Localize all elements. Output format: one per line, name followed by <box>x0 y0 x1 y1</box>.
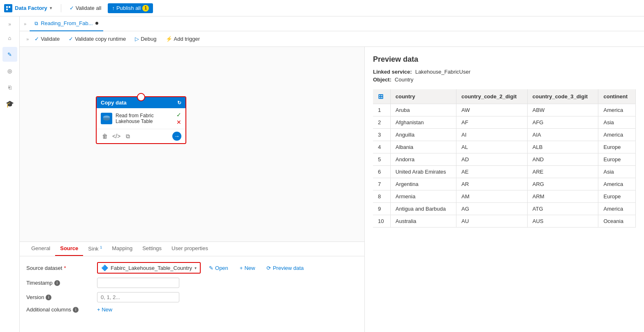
row-num: 10 <box>373 215 390 228</box>
validate-all-button[interactable]: ✓ Validate all <box>66 3 105 13</box>
col-header-code3: country_code_3_digit <box>527 89 598 104</box>
copy-icon[interactable]: ⧉ <box>124 132 132 140</box>
pipeline-tab-label: Reading_From_Fab... <box>41 20 93 26</box>
add-trigger-button[interactable]: ⚡ Add trigger <box>162 34 204 44</box>
cell-code3: AND <box>527 153 598 166</box>
version-info-icon[interactable]: i <box>46 295 51 300</box>
preview-icon: ⟳ <box>266 265 271 271</box>
cell-country: Anguilla <box>390 129 456 141</box>
timestamp-label-text: Timestamp <box>26 280 53 286</box>
validate-copy-icon: ✓ <box>69 36 73 42</box>
linked-service-label: Linked service: <box>373 69 412 75</box>
timestamp-label: Timestamp i <box>26 280 92 286</box>
node-check-icon: ✓ <box>176 111 181 118</box>
cell-code2: AR <box>456 178 527 190</box>
add-new-column-button[interactable]: + New <box>97 306 112 313</box>
timestamp-info-icon[interactable]: i <box>54 280 60 286</box>
cell-continent: Asia <box>598 116 636 129</box>
canvas-panel: Copy data ↻ Read from Fabric Lakehouse T… <box>20 47 644 332</box>
timestamp-input[interactable] <box>97 278 179 288</box>
delete-icon[interactable]: 🗑 <box>101 132 109 140</box>
dataset-label-text: Source dataset <box>26 265 62 271</box>
sidebar-expand[interactable]: » <box>7 20 13 29</box>
required-indicator: * <box>64 265 66 271</box>
toolbar-expand[interactable]: » <box>26 37 29 42</box>
preview-data-label: Preview data <box>273 265 303 271</box>
version-label: Version i <box>26 294 92 300</box>
tab-user-properties[interactable]: User properties <box>167 242 213 256</box>
debug-icon: ▷ <box>135 36 139 42</box>
left-sidebar: » ⌂ ✎ ◎ ⎗ 🎓 <box>0 16 20 332</box>
general-tab-label: General <box>31 245 50 251</box>
linked-service-row: Linked service: Lakehouse_FabricUser <box>373 69 636 75</box>
node-body-icon <box>101 113 112 124</box>
tab-settings[interactable]: Settings <box>137 242 167 256</box>
cell-continent: America <box>598 203 636 215</box>
col-header-code2: country_code_2_digit <box>456 89 527 104</box>
canvas-area[interactable]: Copy data ↻ Read from Fabric Lakehouse T… <box>20 47 364 241</box>
select-chevron-icon: ▾ <box>195 266 197 270</box>
tab-expand-icon[interactable]: » <box>24 21 26 26</box>
publish-icon: ↑ <box>112 5 115 11</box>
debug-button[interactable]: ▷ Debug <box>132 34 160 44</box>
cell-continent: Europe <box>598 141 636 153</box>
node-text-line1: Read from Fabric <box>116 113 154 118</box>
table-row: 5 Andorra AD AND Europe <box>373 153 636 166</box>
pipeline-tab[interactable]: ⧉ Reading_From_Fab... <box>30 16 103 31</box>
new-button[interactable]: + New <box>236 263 259 273</box>
validate-icon: ✓ <box>35 36 39 42</box>
svg-rect-2 <box>9 6 10 8</box>
col-header-continent: continent <box>598 89 636 104</box>
validate-label: Validate <box>41 36 60 42</box>
additional-columns-info-icon[interactable]: i <box>73 307 79 313</box>
validate-button[interactable]: ✓ Validate <box>31 34 63 44</box>
timestamp-row: Timestamp i <box>26 278 358 288</box>
validate-check-icon: ✓ <box>69 5 74 11</box>
validate-copy-runtime-button[interactable]: ✓ Validate copy runtime <box>65 34 129 44</box>
arrow-icon[interactable]: → <box>172 132 181 141</box>
source-panel-content: Source dataset * 🔷 Fabirc_Lakehouse_Tabl… <box>20 256 364 323</box>
sidebar-item-monitor[interactable]: ◎ <box>2 63 17 78</box>
node-circle <box>137 93 145 101</box>
cell-code2: AU <box>456 215 527 228</box>
sidebar-item-pencil[interactable]: ✎ <box>2 47 17 62</box>
sidebar-item-home[interactable]: ⌂ <box>2 30 17 45</box>
node-body: Read from Fabric Lakehouse Table ✓ ✕ <box>97 108 185 129</box>
row-num: 2 <box>373 116 390 129</box>
tab-sink[interactable]: Sink 1 <box>83 242 107 256</box>
node-refresh-icon: ↻ <box>177 100 181 106</box>
open-button[interactable]: ✎ Open <box>206 263 232 273</box>
row-num: 3 <box>373 129 390 141</box>
cell-code2: AD <box>456 153 527 166</box>
object-value: Country <box>395 77 414 83</box>
cell-continent: Europe <box>598 153 636 166</box>
table-row: 10 Australia AU AUS Oceania <box>373 215 636 228</box>
node-title: Copy data <box>101 100 127 106</box>
cell-code3: AUS <box>527 215 598 228</box>
cell-continent: Oceania <box>598 215 636 228</box>
app-chevron[interactable]: ▾ <box>50 6 52 10</box>
publish-all-button[interactable]: ↑ Publish all 1 <box>108 3 153 13</box>
table-row: 1 Aruba AW ABW America <box>373 104 636 116</box>
sidebar-item-briefcase[interactable]: ⎗ <box>2 80 17 95</box>
cell-code2: AF <box>456 116 527 129</box>
preview-data-button[interactable]: ⟳ Preview data <box>263 263 307 273</box>
tab-general[interactable]: General <box>26 242 55 256</box>
code-icon[interactable]: </> <box>112 132 120 140</box>
sidebar-item-learn[interactable]: 🎓 <box>2 96 17 111</box>
copy-data-node[interactable]: Copy data ↻ Read from Fabric Lakehouse T… <box>96 96 186 144</box>
table-row: 7 Argentina AR ARG America <box>373 178 636 190</box>
source-dataset-select[interactable]: 🔷 Fabirc_Lakehouse_Table_Country ▾ <box>97 262 201 274</box>
pipeline-toolbar: » ✓ Validate ✓ Validate copy runtime ▷ D… <box>20 31 644 47</box>
tab-mapping[interactable]: Mapping <box>107 242 137 256</box>
cell-continent: America <box>598 178 636 190</box>
new-label: New <box>244 265 255 271</box>
validate-all-label: Validate all <box>76 5 102 11</box>
version-input[interactable] <box>97 292 179 302</box>
content-area: » ⧉ Reading_From_Fab... » ✓ Validate ✓ V… <box>20 16 644 332</box>
col-header-icon: ⊞ <box>373 89 390 104</box>
row-num: 4 <box>373 141 390 153</box>
row-num: 1 <box>373 104 390 116</box>
preview-title: Preview data <box>373 55 636 64</box>
tab-source[interactable]: Source <box>55 242 83 256</box>
